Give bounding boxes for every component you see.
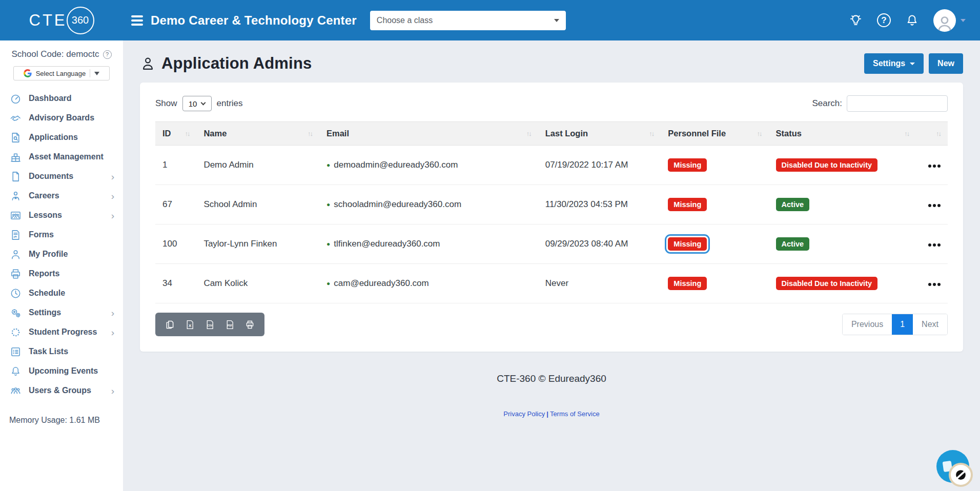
column-header-status[interactable]: Status↑↓ [769, 122, 916, 146]
status-badge: Disabled Due to Inactivity [776, 158, 877, 172]
cell-name: Cam Kolick [196, 264, 319, 303]
user-menu[interactable] [933, 9, 966, 32]
school-code-help-icon[interactable]: ? [103, 50, 112, 59]
checklist-icon [9, 345, 22, 358]
chevron-right-icon: › [111, 386, 114, 396]
page-header: Application Admins Settings New [140, 53, 963, 74]
privacy-policy-link[interactable]: Privacy Policy [503, 410, 545, 418]
sidebar-item-users-groups[interactable]: Users & Groups › [0, 381, 123, 400]
column-header-email[interactable]: Email↑↓ [319, 122, 538, 146]
column-header-name[interactable]: Name↑↓ [196, 122, 319, 146]
excel-file-icon[interactable]: X [180, 315, 200, 334]
search-input[interactable] [847, 95, 948, 112]
sort-icon: ↑↓ [526, 130, 531, 137]
personnel-file-badge-focused[interactable]: Missing [668, 237, 707, 251]
document-search-icon [9, 131, 22, 144]
row-actions-button[interactable] [928, 283, 941, 286]
widget-logo-circle [949, 463, 973, 487]
table-controls: Show 10 entries Search: [155, 95, 948, 112]
admins-table: ID↑↓ Name↑↓ Email↑↓ Last Login↑↓ Personn… [155, 121, 948, 303]
online-dot-icon: ● [326, 201, 330, 208]
school-code: School Code: democtc ? [0, 49, 123, 59]
help-icon[interactable]: ? [877, 13, 891, 27]
profile-icon [9, 248, 22, 261]
google-translate-widget[interactable]: Select Language [13, 66, 110, 80]
sidebar-item-documents[interactable]: Documents › [0, 167, 123, 186]
cell-status: Disabled Due to Inactivity [769, 264, 916, 303]
sort-icon: ↑↓ [904, 130, 909, 137]
column-header-id[interactable]: ID↑↓ [155, 122, 196, 146]
accessibility-widget-button[interactable] [936, 450, 969, 483]
copy-icon[interactable] [160, 315, 180, 334]
row-actions-button[interactable] [928, 165, 941, 168]
bell-icon[interactable] [905, 13, 919, 27]
sort-icon: ↑↓ [936, 130, 941, 137]
person-badge-icon [9, 190, 22, 202]
page-size-select[interactable]: 10 [182, 96, 212, 111]
sort-icon: ↑↓ [757, 130, 762, 137]
class-select-value: Choose a class [377, 16, 433, 25]
sidebar-item-upcoming-events[interactable]: Upcoming Events [0, 361, 123, 381]
sort-icon: ↑↓ [308, 130, 312, 137]
pagination-page-1-button[interactable]: 1 [892, 314, 913, 335]
topbar-icons: ? [849, 9, 966, 32]
sidebar-item-my-profile[interactable]: My Profile [0, 244, 123, 264]
row-actions-button[interactable] [928, 204, 941, 207]
cell-id: 34 [155, 264, 196, 303]
cell-email: ●cam@eduready360.com [319, 264, 538, 303]
row-actions-button[interactable] [928, 243, 941, 247]
pagination-next-button[interactable]: Next [913, 314, 947, 335]
hamburger-menu-icon[interactable] [131, 15, 143, 26]
pagination-previous-button[interactable]: Previous [843, 314, 892, 335]
sidebar-item-forms[interactable]: Forms [0, 225, 123, 244]
search-control: Search: [812, 95, 948, 112]
cell-actions [916, 264, 948, 303]
clock-icon [9, 287, 22, 300]
sidebar-item-dashboard[interactable]: Dashboard [0, 89, 123, 108]
personnel-file-badge[interactable]: Missing [668, 158, 707, 172]
widget-s-logo-icon [954, 468, 967, 481]
sidebar-item-careers[interactable]: Careers › [0, 186, 123, 206]
new-button[interactable]: New [929, 53, 963, 74]
sidebar-item-settings[interactable]: Settings › [0, 303, 123, 322]
personnel-file-badge[interactable]: Missing [668, 277, 707, 290]
sidebar-item-lessons[interactable]: Lessons › [0, 206, 123, 225]
sidebar-nav: Dashboard Advisory Boards Applications A… [0, 89, 123, 400]
lightbulb-icon[interactable] [849, 13, 863, 27]
footer-copyright: CTE-360 © Eduready360 [140, 373, 963, 384]
personnel-file-badge[interactable]: Missing [668, 198, 707, 211]
sidebar-item-advisory-boards[interactable]: Advisory Boards [0, 108, 123, 128]
cell-id: 100 [155, 224, 196, 264]
sidebar-item-schedule[interactable]: Schedule [0, 283, 123, 303]
chevron-down-icon [910, 63, 915, 65]
shelf-icon [9, 151, 22, 163]
main-content: Application Admins Settings New Show 10 … [123, 40, 980, 491]
cell-personnel-file: Missing [661, 146, 768, 185]
sidebar-item-reports[interactable]: Reports [0, 264, 123, 283]
users-icon [9, 384, 22, 397]
cte360-logo[interactable]: CTE 360 [0, 7, 123, 34]
chevron-down-icon [94, 72, 99, 75]
csv-file-icon[interactable]: CSV [200, 315, 220, 334]
sidebar-item-asset-management[interactable]: Asset Management [0, 147, 123, 167]
language-label: Select Language [36, 70, 86, 77]
pdf-file-icon[interactable]: PDF [220, 315, 240, 334]
chevron-down-icon [201, 100, 206, 105]
terms-of-service-link[interactable]: Terms of Service [550, 410, 600, 418]
column-header-personnel-file[interactable]: Personnel File↑↓ [661, 122, 768, 146]
class-select-dropdown[interactable]: Choose a class [370, 11, 566, 30]
column-header-actions[interactable]: ↑↓ [916, 122, 948, 146]
sidebar-item-student-progress[interactable]: Student Progress › [0, 322, 123, 342]
sidebar-item-applications[interactable]: Applications [0, 128, 123, 147]
status-badge: Disabled Due to Inactivity [776, 277, 877, 290]
memory-usage: Memory Usage: 1.61 MB [0, 416, 123, 425]
print-icon[interactable] [240, 315, 260, 334]
settings-button[interactable]: Settings [864, 53, 924, 74]
cell-name: School Admin [196, 185, 319, 224]
table-row: 100 Taylor-Lynn Finken ●tlfinken@eduread… [155, 224, 948, 264]
cell-email: ●schooladmin@eduready360.com [319, 185, 538, 224]
sidebar-item-task-lists[interactable]: Task Lists [0, 342, 123, 361]
search-label: Search: [812, 98, 842, 109]
svg-text:PDF: PDF [228, 324, 233, 327]
column-header-last-login[interactable]: Last Login↑↓ [538, 122, 661, 146]
